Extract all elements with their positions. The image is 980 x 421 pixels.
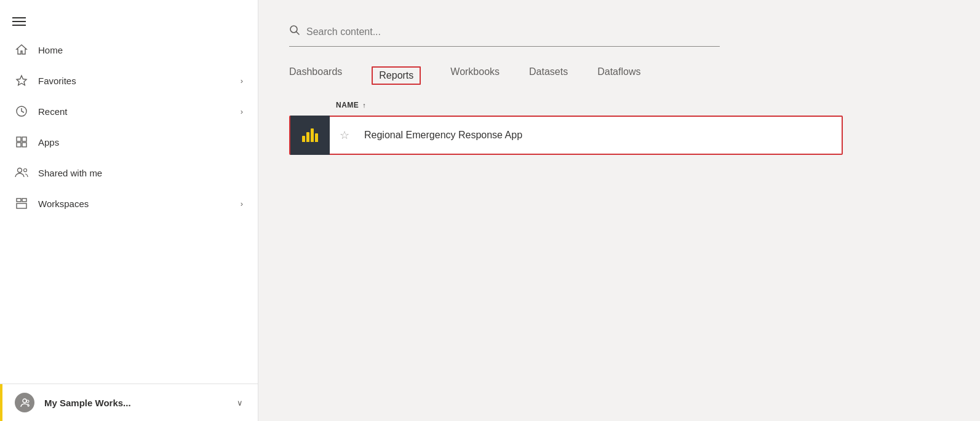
svg-point-11 — [23, 399, 26, 403]
column-name-label: NAME — [336, 101, 359, 109]
sidebar-item-recent-label: Recent — [38, 106, 231, 117]
sidebar-item-home-label: Home — [38, 45, 243, 55]
svg-point-7 — [24, 169, 27, 172]
sidebar-item-shared[interactable]: Shared with me — [0, 157, 258, 188]
report-bar-chart-icon — [302, 128, 318, 142]
tabs-bar: Dashboards Reports Workbooks Datasets Da… — [289, 66, 949, 84]
star-icon — [15, 74, 28, 87]
svg-line-14 — [297, 32, 300, 35]
apps-icon — [15, 135, 28, 149]
svg-point-12 — [26, 400, 29, 403]
recent-chevron-icon: › — [241, 107, 243, 116]
sidebar-item-recent[interactable]: Recent › — [0, 96, 258, 127]
svg-rect-8 — [17, 199, 21, 202]
sort-arrow-icon: ↑ — [362, 101, 366, 109]
home-icon — [15, 43, 28, 57]
svg-rect-3 — [22, 137, 26, 141]
svg-marker-0 — [17, 76, 26, 85]
workspaces-chevron-icon: › — [241, 199, 243, 208]
tab-dashboards[interactable]: Dashboards — [289, 66, 342, 84]
column-header: NAME ↑ — [289, 101, 949, 116]
sidebar-item-apps[interactable]: Apps — [0, 127, 258, 157]
content-area: NAME ↑ ☆ Regional Emergency Response App — [289, 101, 949, 155]
svg-rect-4 — [17, 143, 21, 147]
sidebar-item-apps-label: Apps — [38, 137, 243, 148]
search-input[interactable] — [306, 26, 552, 37]
table-row[interactable]: ☆ Regional Emergency Response App — [289, 116, 843, 155]
workspaces-icon — [15, 197, 28, 210]
sidebar-bottom: My Sample Works... ∨ — [0, 384, 258, 421]
tab-workbooks[interactable]: Workbooks — [450, 66, 500, 84]
sidebar-item-home[interactable]: Home — [0, 34, 258, 65]
main-content: Dashboards Reports Workbooks Datasets Da… — [258, 0, 980, 421]
svg-rect-5 — [22, 143, 26, 147]
search-icon — [289, 25, 300, 39]
report-name: Regional Emergency Response App — [359, 130, 842, 141]
workspace-item[interactable]: My Sample Works... ∨ — [0, 384, 258, 421]
search-bar — [289, 25, 720, 47]
favorites-chevron-icon: › — [241, 76, 243, 85]
svg-rect-2 — [17, 137, 21, 141]
workspace-label: My Sample Works... — [44, 398, 227, 408]
sidebar-item-favorites-label: Favorites — [38, 76, 231, 86]
workspace-chevron-icon: ∨ — [237, 398, 243, 407]
tab-dataflows[interactable]: Dataflows — [597, 66, 640, 84]
tab-reports[interactable]: Reports — [372, 66, 421, 85]
sidebar-item-workspaces[interactable]: Workspaces › — [0, 188, 258, 219]
sidebar: Home Favorites › Recent › — [0, 0, 258, 421]
svg-point-6 — [18, 168, 22, 173]
sidebar-item-favorites[interactable]: Favorites › — [0, 65, 258, 96]
people-icon — [15, 166, 28, 179]
workspace-avatar — [15, 393, 34, 412]
svg-rect-9 — [22, 199, 26, 202]
svg-rect-10 — [17, 203, 26, 208]
hamburger-menu[interactable] — [0, 6, 258, 34]
report-icon-box — [290, 116, 330, 155]
sidebar-item-shared-label: Shared with me — [38, 168, 243, 178]
favorite-star-button[interactable]: ☆ — [330, 128, 359, 142]
clock-icon — [15, 104, 28, 118]
tab-datasets[interactable]: Datasets — [529, 66, 568, 84]
sidebar-item-workspaces-label: Workspaces — [38, 199, 231, 209]
